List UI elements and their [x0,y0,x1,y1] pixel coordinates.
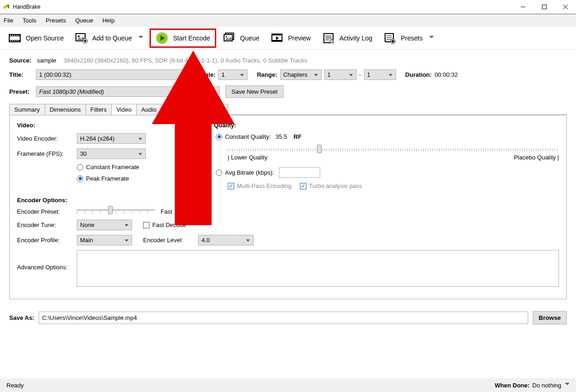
chevron-down-icon[interactable] [429,36,434,40]
tab-subtitles[interactable]: Subtitles [161,104,194,115]
svg-rect-16 [12,40,13,41]
presets-button[interactable]: Presets [379,30,438,46]
peak-framerate-radio[interactable] [77,176,83,182]
encoder-profile-label: Encoder Profile: [17,237,77,244]
multipass-label: Multi-Pass Encoding [237,182,292,189]
range-label: Range: [257,71,277,78]
video-encoder-label: Video Encoder: [17,135,77,142]
encoder-profile-select[interactable]: Main [77,235,132,245]
queue-label: Queue [240,34,259,42]
advanced-options-input[interactable] [77,250,559,287]
lower-quality-label: | Lower Quality [228,154,267,161]
preview-label: Preview [288,34,311,42]
svg-rect-15 [10,40,11,41]
video-section-title: Video: [17,122,200,129]
add-to-queue-label: Add to Queue [92,34,132,42]
tab-audio[interactable]: Audio [136,104,161,115]
activity-log-button[interactable]: Activity Log [317,30,377,46]
svg-rect-17 [14,40,15,41]
menubar: File Tools Presets Queue Help [0,14,576,27]
activity-log-label: Activity Log [340,34,373,42]
picture-add-icon [75,32,88,45]
save-as-input[interactable] [39,312,528,324]
presets-icon [383,32,396,45]
start-encode-button[interactable]: Start Encode [150,28,216,48]
tab-dimensions[interactable]: Dimensions [45,104,86,115]
save-as-label: Save As: [9,314,34,321]
open-source-button[interactable]: Open Source [4,30,69,46]
tab-chapters[interactable]: Chapters [194,104,228,115]
video-encoder-select[interactable]: H.264 (x264) [77,133,146,144]
fast-decode-checkbox[interactable] [143,222,150,228]
save-new-preset-button[interactable]: Save New Preset [225,85,283,98]
range-type-select[interactable]: Chapters [280,69,322,80]
preview-button[interactable]: Preview [266,30,316,46]
maximize-button[interactable] [534,0,555,14]
status-text: Ready [6,382,24,389]
source-row: Source: sample 3840x2160 (3840x2160), 60… [0,50,576,67]
svg-rect-19 [17,40,18,41]
encoder-level-select[interactable]: 4.0 [198,235,253,245]
queue-button[interactable]: Queue [218,30,264,46]
svg-rect-32 [272,40,282,41]
svg-rect-2 [8,5,9,8]
menu-tools[interactable]: Tools [23,17,36,24]
status-bar: Ready When Done: Do nothing [0,378,576,392]
avg-bitrate-radio[interactable] [216,170,222,176]
open-source-label: Open Source [26,34,64,42]
turbo-checkbox[interactable] [300,183,306,189]
when-done-label: When Done: [495,382,530,389]
quality-slider[interactable] [228,148,559,151]
constant-quality-radio[interactable] [216,134,222,140]
range-to-select[interactable]: 1 [364,69,396,80]
preset-label: Preset: [9,88,33,95]
browse-button[interactable]: Browse [533,311,567,324]
menu-queue[interactable]: Queue [75,17,93,24]
constant-framerate-label: Constant Framerate [86,164,139,170]
encoder-preset-value: Fast [161,208,172,215]
range-from-select[interactable]: 1 [324,69,357,80]
tab-video[interactable]: Video [111,104,137,115]
close-button[interactable] [555,0,576,14]
constant-quality-label: Constant Quality: [225,133,271,140]
title-select[interactable]: 1 (00:00:32) [36,69,188,80]
save-as-row: Save As: Browse [0,307,576,329]
encoder-preset-slider[interactable] [77,210,155,210]
constant-framerate-radio[interactable] [77,164,83,170]
menu-help[interactable]: Help [102,17,115,24]
range-separator: - [359,71,361,78]
preset-select[interactable]: Fast 1080p30 (Modified) [36,86,220,97]
multipass-checkbox[interactable] [228,183,234,189]
chevron-down-icon[interactable] [565,383,570,387]
minimize-button[interactable] [513,0,534,14]
constant-quality-unit: RF [294,133,301,140]
log-icon [322,32,335,45]
avg-bitrate-input[interactable] [279,167,320,178]
peak-framerate-label: Peak Framerate [86,175,129,182]
when-done-select[interactable]: Do nothing [532,382,561,389]
source-details: 3840x2160 (3840x2160), 60 FPS, SDR (8-bi… [63,57,307,64]
menu-file[interactable]: File [4,17,13,24]
add-to-queue-button[interactable]: Add to Queue [70,30,148,46]
encoder-tune-select[interactable]: None [77,220,132,230]
angle-select[interactable]: 1 [218,69,248,80]
framerate-label: Framerate (FPS): [17,150,77,157]
tab-summary[interactable]: Summary [9,104,45,115]
slider-thumb-icon[interactable] [317,145,322,153]
encoder-level-label: Encoder Level: [143,237,198,244]
constant-quality-value: 35.5 [276,133,287,140]
framerate-select[interactable]: 30 [77,148,146,159]
chevron-down-icon[interactable] [138,36,143,40]
svg-rect-18 [16,40,17,41]
duration-value: 00:00:32 [435,71,458,78]
menu-presets[interactable]: Presets [46,17,66,24]
toolbar: Open Source Add to Queue Start Encode Qu… [0,27,576,50]
encoder-options-title: Encoder Options: [17,197,559,204]
slider-thumb-icon[interactable] [108,206,113,214]
film-icon [8,32,21,45]
svg-point-0 [3,6,6,9]
tab-filters[interactable]: Filters [86,104,112,115]
svg-rect-11 [12,35,13,36]
presets-label: Presets [401,34,422,42]
app-icon [3,3,10,11]
